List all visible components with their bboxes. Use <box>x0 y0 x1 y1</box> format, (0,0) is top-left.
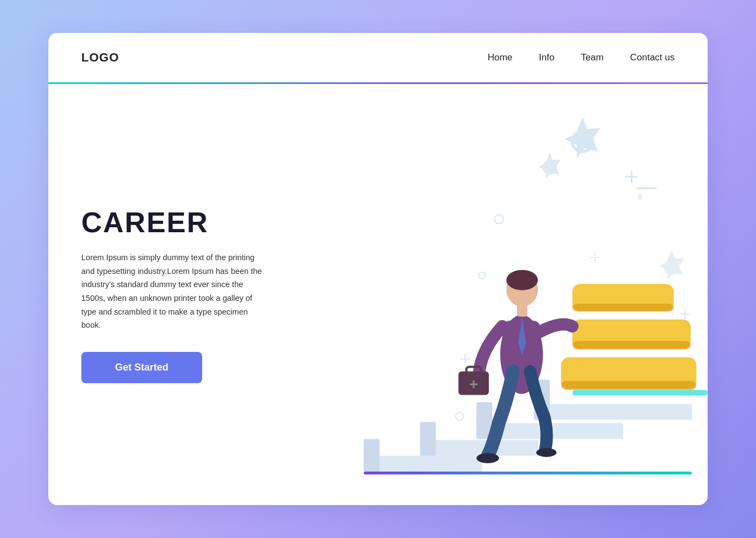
stair-step-1-face <box>364 439 380 472</box>
svg-point-3 <box>547 165 552 170</box>
illustration-svg <box>279 84 708 505</box>
nav-item-team[interactable]: Team <box>581 52 604 63</box>
coin-accent <box>572 390 708 395</box>
logo: LOGO <box>81 51 119 65</box>
plus-deco-4 <box>591 253 599 262</box>
person-arm-right <box>540 324 572 332</box>
gear-small-icon <box>538 152 561 178</box>
person-shoe-right <box>536 448 557 457</box>
circle-deco-1 <box>494 215 503 223</box>
plus-deco-3 <box>460 355 469 363</box>
get-started-button[interactable]: Get Started <box>81 352 202 383</box>
stair-step-1 <box>364 456 482 472</box>
person-shoe-left <box>476 453 499 463</box>
hero-description: Lorem Ipsum is simply dummy text of the … <box>81 251 268 332</box>
hero-title: CAREER <box>81 206 279 239</box>
stair-bottom-accent <box>364 472 692 474</box>
stair-step-2-face <box>420 422 436 456</box>
circle-deco-3 <box>637 194 643 199</box>
person-arm-left <box>479 326 502 371</box>
coin-tier-bottom-shadow <box>561 381 696 390</box>
stair-step-2 <box>420 440 539 456</box>
circle-deco-5 <box>455 412 463 420</box>
person-hair <box>507 270 538 290</box>
gear-large-icon <box>564 117 601 159</box>
plus-deco-2 <box>681 310 690 318</box>
navigation: Home Info Team Contact us <box>487 52 675 63</box>
gear-right-icon <box>659 250 685 279</box>
coin-tier-mid-shadow <box>572 341 691 349</box>
svg-point-5 <box>668 264 675 270</box>
nav-item-home[interactable]: Home <box>487 52 512 63</box>
main-content: CAREER Lorem Ipsum is simply dummy text … <box>48 84 708 505</box>
nav-item-info[interactable]: Info <box>539 52 554 63</box>
svg-point-1 <box>578 137 587 145</box>
coin-tier-top-shadow <box>572 304 674 311</box>
header: LOGO Home Info Team Contact us <box>48 33 708 82</box>
hero-text: CAREER Lorem Ipsum is simply dummy text … <box>48 84 279 505</box>
main-card: LOGO Home Info Team Contact us CAREER Lo… <box>48 33 708 505</box>
hero-illustration <box>279 84 708 505</box>
plus-deco-1 <box>626 171 637 183</box>
circle-deco-2 <box>479 272 485 279</box>
nav-item-contact[interactable]: Contact us <box>630 52 675 63</box>
stair-step-4 <box>534 404 692 420</box>
